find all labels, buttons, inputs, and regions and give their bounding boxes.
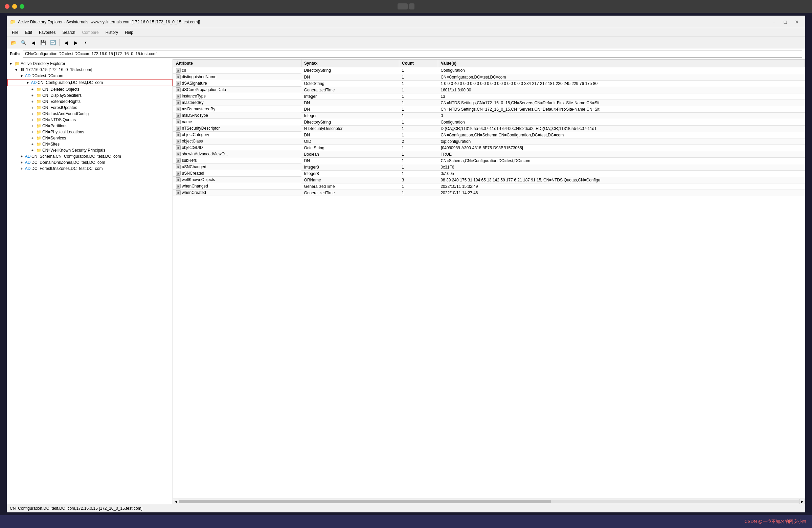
table-row[interactable]: ▣objectGUIDOctetString1{04090989-A300-48…: [173, 144, 805, 151]
minimize-button[interactable]: −: [768, 18, 779, 26]
tree-item-wellknown[interactable]: + 📁 CN=WellKnown Security Principals: [7, 147, 173, 153]
tree-item-partitions[interactable]: + 📁 CN=Partitions: [7, 123, 173, 129]
table-row[interactable]: ▣instanceTypeInteger113: [173, 93, 805, 100]
scrollbar-thumb[interactable]: [179, 500, 551, 503]
table-row[interactable]: ▣distinguishedNameDN1CN=Configuration,DC…: [173, 74, 805, 80]
scrollbar-track[interactable]: [179, 500, 799, 503]
table-row[interactable]: ▣objectClassOID2top;configuration: [173, 138, 805, 144]
expand-dctest[interactable]: ▼: [19, 73, 24, 78]
expand-sites[interactable]: +: [30, 142, 35, 146]
menu-help[interactable]: Help: [121, 29, 137, 35]
status-text: CN=Configuration,DC=test,DC=com,172.16.0…: [10, 506, 142, 511]
attr-scroll-area[interactable]: Attribute Syntax Count Value(s) ▣cnDirec…: [173, 59, 805, 499]
expand-wellknown[interactable]: +: [30, 148, 35, 153]
scroll-right-btn[interactable]: ▶: [799, 499, 805, 504]
macos-close-button[interactable]: [5, 4, 10, 9]
expand-deleted[interactable]: +: [30, 87, 35, 92]
sites-icon: 📁: [36, 142, 41, 147]
table-row[interactable]: ▣msDs-masteredByDN1CN=NTDS Settings,CN=1…: [173, 106, 805, 112]
table-row[interactable]: ▣cnDirectoryString1Configuration: [173, 67, 805, 74]
table-row[interactable]: ▣uSNCreatedInteger810x1005: [173, 170, 805, 177]
table-row[interactable]: ▣objectCategoryDN1CN=Configuration,CN=Sc…: [173, 132, 805, 138]
table-row[interactable]: ▣nameDirectoryString1Configuration: [173, 119, 805, 125]
tree-item-root[interactable]: ▼ 📁 Active Directory Explorer: [7, 61, 173, 67]
refresh-button[interactable]: 🔄: [48, 39, 57, 47]
tree-item-extended[interactable]: + 📁 CN=Extended-Rights: [7, 99, 173, 104]
table-row[interactable]: ▣uSNChangedInteger810x31F6: [173, 164, 805, 170]
tree-item-cnconfig[interactable]: ▼ AD CN=Configuration,DC=test,DC=com: [7, 79, 173, 86]
macos-minimize-button[interactable]: [12, 4, 17, 9]
restore-button[interactable]: □: [780, 18, 791, 26]
horizontal-scrollbar[interactable]: ◀ ▶: [173, 499, 805, 504]
main-window: 📁 Active Directory Explorer - Sysinterna…: [7, 16, 805, 512]
table-row[interactable]: ▣whenChangedGeneralizedTime12022/10/11 1…: [173, 183, 805, 189]
tree-item-forest[interactable]: + 📁 CN=ForestUpdates: [7, 104, 173, 111]
expand-forest[interactable]: +: [30, 105, 35, 110]
tree-item-lostandfound[interactable]: + 📁 CN=LostAndFoundConfig: [7, 111, 173, 117]
menu-file[interactable]: File: [9, 29, 21, 35]
expand-lostandfound[interactable]: +: [30, 111, 35, 116]
menu-history[interactable]: History: [102, 29, 121, 35]
table-row[interactable]: ▣whenCreatedGeneralizedTime12022/10/11 1…: [173, 189, 805, 196]
table-row[interactable]: ▣subRefsDN1CN=Schema,CN=Configuration,DC…: [173, 157, 805, 164]
table-row[interactable]: ▣dSCorePropagationDataGeneralizedTime116…: [173, 87, 805, 93]
tree-item-services[interactable]: + 📁 CN=Services: [7, 135, 173, 141]
attr-cell: ▣instanceType: [173, 93, 302, 100]
menu-search[interactable]: Search: [59, 29, 78, 35]
save-button[interactable]: 💾: [39, 39, 47, 47]
tree-item-server[interactable]: ▼ 🖥 172.16.0.15 [172_16_0_15.test.com]: [7, 67, 173, 73]
physical-icon: 📁: [36, 129, 41, 135]
tree-item-sites[interactable]: + 📁 CN=Sites: [7, 141, 173, 147]
macos-maximize-button[interactable]: [20, 4, 24, 9]
table-row[interactable]: ▣showInAdvancedViewO...Boolean1TRUE: [173, 151, 805, 157]
expand-schema[interactable]: +: [19, 154, 24, 159]
expand-cnconfig[interactable]: ▼: [25, 80, 30, 85]
table-row[interactable]: ▣wellKnownObjectsORName398 39 240 175 31…: [173, 177, 805, 183]
attr-cell: ▣subRefs: [173, 157, 302, 164]
scroll-left-btn[interactable]: ◀: [173, 499, 178, 504]
menu-favorites[interactable]: Favorites: [35, 29, 59, 35]
expand-partitions[interactable]: +: [30, 124, 35, 128]
tree-item-schema[interactable]: + AD CN=Schema,CN=Configuration,DC=test,…: [7, 153, 173, 159]
prev-button[interactable]: ◀: [29, 39, 38, 47]
expand-server[interactable]: ▼: [14, 67, 19, 72]
syntax-cell: GeneralizedTime: [302, 183, 399, 189]
tree-label-ntds: CN=NTDS Quotas: [42, 117, 76, 122]
path-input[interactable]: [23, 50, 802, 58]
count-cell: 2: [399, 138, 438, 144]
syntax-cell: OctetString: [302, 80, 399, 87]
tree-item-deleted[interactable]: + 📁 CN=Deleted Objects: [7, 86, 173, 92]
dctest-icon: AD: [25, 73, 30, 79]
tree-item-display[interactable]: + 📁 CN=DisplaySpecifiers: [7, 92, 173, 99]
expand-physical[interactable]: +: [30, 130, 35, 134]
close-button[interactable]: ✕: [792, 18, 802, 26]
expand-services[interactable]: +: [30, 136, 35, 141]
tree-item-ntds[interactable]: + 📁 CN=NTDS Quotas: [7, 117, 173, 123]
expand-ntds[interactable]: +: [30, 117, 35, 122]
expand-root[interactable]: ▼: [9, 61, 13, 66]
attr-name: whenCreated: [182, 190, 206, 195]
search-button[interactable]: 🔍: [19, 39, 28, 47]
table-row[interactable]: ▣msDS-NcTypeInteger10: [173, 112, 805, 119]
macos-window-controls[interactable]: [5, 4, 24, 9]
expand-display[interactable]: +: [30, 93, 35, 98]
menu-edit[interactable]: Edit: [21, 29, 35, 35]
tree-item-domaindns[interactable]: + AD DC=DomainDnsZones,DC=test,DC=com: [7, 159, 173, 166]
expand-forestdns[interactable]: +: [19, 166, 24, 171]
forward-button[interactable]: ▶: [71, 39, 80, 47]
table-row[interactable]: ▣dSASignatureOctetString11 0 0 0 40 0 0 …: [173, 80, 805, 87]
count-cell: 1: [399, 170, 438, 177]
table-row[interactable]: ▣nTSecurityDescriptorNTSecurityDescripto…: [173, 125, 805, 132]
tree-item-forestdns[interactable]: + AD DC=ForestDnsZones,DC=test,DC=com: [7, 166, 173, 172]
attr-cell: ▣whenChanged: [173, 183, 302, 189]
open-button[interactable]: 📂: [9, 39, 18, 47]
expand-extended[interactable]: +: [30, 99, 35, 104]
table-row[interactable]: ▣masteredByDN1CN=NTDS Settings,CN=172_16…: [173, 100, 805, 106]
tree-panel[interactable]: ▼ 📁 Active Directory Explorer ▼ 🖥 172.16…: [7, 59, 173, 504]
tree-item-physical[interactable]: + 📁 CN=Physical Locations: [7, 129, 173, 135]
dropdown-button[interactable]: ▼: [81, 39, 90, 47]
back-button[interactable]: ◀: [61, 39, 70, 47]
expand-domaindns[interactable]: +: [19, 160, 24, 165]
tree-item-dctest[interactable]: ▼ AD DC=test,DC=com: [7, 73, 173, 79]
window-controls[interactable]: − □ ✕: [768, 18, 802, 26]
